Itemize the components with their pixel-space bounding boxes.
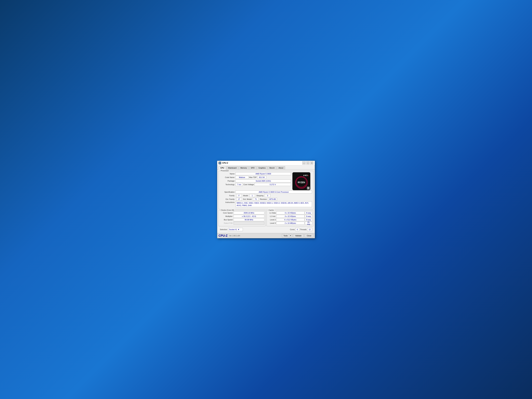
maxtdp-value: 65.0 W — [257, 176, 266, 179]
codename-value: Matisse — [235, 176, 248, 179]
maxtdp-label: Max TDP — [248, 176, 257, 178]
amd-logo-panel: AMD■ RYZEN 5 — [292, 172, 312, 190]
cores-value: 6 — [295, 228, 299, 231]
ext-family-row: Ext. Family 17 Ext. Model 71 Revision MT… — [220, 198, 312, 201]
multiplier-label: Multiplier — [220, 215, 234, 217]
multiplier-value: x 36.0 (5.5 - 42.0) — [234, 215, 264, 218]
close-button[interactable]: Close — [305, 234, 313, 237]
tab-mainboard[interactable]: Mainboard — [226, 166, 238, 169]
ryzen-5-badge: 5 — [307, 187, 310, 190]
app-icon — [219, 162, 221, 164]
l1-inst-row: L1 Inst. 6 x 32 KBytes 8-way — [268, 215, 312, 218]
level2-way: 8-way — [305, 218, 312, 221]
clocks-cache-section: Clocks (Core #0) Core Speed 3599.16 MHz … — [219, 210, 313, 226]
ryzen-circle: RYZEN — [295, 176, 308, 189]
validate-button[interactable]: Validate — [293, 234, 304, 237]
multiplier-row: Multiplier x 36.0 (5.5 - 42.0) — [220, 215, 264, 218]
package-value: Socket AM4 (1331) — [235, 179, 291, 182]
footer-version: Ver. 2.06.1.x64 — [229, 235, 281, 237]
rated-fsb-value — [234, 222, 264, 225]
level3-value: 2 x 16 MBytes — [276, 222, 304, 225]
window-title: CPU-Z — [222, 162, 302, 164]
cache-box: Cache L1 Data 6 x 32 KBytes 8-way L1 Ins… — [266, 210, 313, 226]
codename-label: Code Name — [220, 176, 235, 178]
ext-family-label: Ext. Family — [220, 198, 235, 200]
instructions-label: Instructions — [220, 201, 235, 203]
name-row: Name AMD Ryzen 5 3600 — [220, 172, 291, 175]
cache-group-label: Cache — [268, 209, 274, 211]
clocks-group-label: Clocks (Core #0) — [220, 209, 235, 211]
level2-label: Level 2 — [268, 219, 276, 221]
codename-row: Code Name Matisse Max TDP 65.0 W — [220, 176, 291, 179]
l1-inst-way: 8-way — [305, 215, 312, 218]
tab-about[interactable]: About — [277, 166, 285, 169]
cpuz-window: CPU-Z — □ ✕ CPU Mainboard Memory SPD Gra… — [217, 161, 315, 238]
bus-speed-label: Bus Speed — [220, 219, 234, 221]
level3-row: Level 3 2 x 16 MBytes 16-way — [268, 222, 312, 225]
corevoltage-value: 0.272 V — [255, 183, 291, 186]
threads-value: 12 — [307, 228, 312, 231]
processor-group-label: Processor — [220, 170, 229, 172]
name-label: Name — [220, 173, 235, 175]
level2-value: 6 x 512 KBytes — [276, 218, 304, 221]
level3-way: 16-way — [305, 222, 312, 225]
core-speed-label: Core Speed — [220, 212, 234, 214]
tab-graphics[interactable]: Graphics — [257, 166, 267, 169]
processor-left: Name AMD Ryzen 5 3600 Code Name Matisse … — [220, 172, 291, 190]
tab-bench[interactable]: Bench — [268, 166, 276, 169]
l1-data-way: 8-way — [305, 211, 312, 214]
name-value: AMD Ryzen 5 3600 — [235, 172, 291, 175]
tab-memory[interactable]: Memory — [239, 166, 249, 169]
instructions-row: Instructions MMX(+), SSE, SSE2, SSE3, SS… — [220, 201, 312, 207]
rated-fsb-row: Rated FSB — [220, 222, 264, 225]
package-label: Package — [220, 180, 235, 182]
l1-inst-label: L1 Inst. — [268, 215, 276, 217]
window-controls: — □ ✕ — [302, 161, 313, 165]
revision-value: MTS-B0 — [268, 198, 277, 201]
restore-button[interactable]: □ — [306, 161, 310, 165]
level3-label: Level 3 — [268, 222, 276, 224]
amd-logo: AMD■ RYZEN 5 — [292, 172, 310, 190]
package-row: Package Socket AM4 (1331) — [220, 179, 291, 182]
footer-app-title: CPU-Z — [219, 234, 228, 237]
level2-row: Level 2 6 x 512 KBytes 8-way — [268, 218, 312, 221]
l1-data-label: L1 Data — [268, 212, 276, 214]
main-content: Processor Name AMD Ryzen 5 3600 Code Nam… — [217, 170, 315, 233]
bus-speed-value: 99.98 MHz — [234, 218, 264, 221]
family-row: Family F Model 1 Stepping 0 — [220, 194, 312, 197]
minimize-button[interactable]: — — [302, 161, 306, 165]
specification-row: Specification AMD Ryzen 5 3600 6-Core Pr… — [220, 190, 312, 193]
specification-label: Specification — [220, 191, 235, 193]
tab-bar: CPU Mainboard Memory SPD Graphics Bench … — [217, 165, 315, 170]
stepping-label: Stepping — [256, 195, 264, 196]
tech-label: Technology — [220, 184, 235, 185]
tab-spd[interactable]: SPD — [249, 166, 256, 169]
tools-dropdown-arrow[interactable]: ▼ — [289, 234, 292, 237]
tech-value: 7 nm — [235, 183, 243, 186]
ext-model-label: Ext. Model — [242, 198, 252, 200]
selection-bar: Selection Socket #1 ▼ Cores 6 Threads 12 — [219, 227, 313, 232]
ryzen-logo-svg: RYZEN — [296, 177, 307, 188]
tools-button-group: Tools ▼ — [282, 234, 292, 237]
close-window-button[interactable]: ✕ — [310, 161, 313, 165]
tab-cpu[interactable]: CPU — [219, 166, 226, 170]
specification-value: AMD Ryzen 5 3600 6-Core Processor — [235, 190, 312, 193]
l1-inst-value: 6 x 32 KBytes — [276, 215, 304, 218]
socket-select[interactable]: Socket #1 ▼ — [228, 228, 243, 231]
clocks-box: Clocks (Core #0) Core Speed 3599.16 MHz … — [219, 210, 266, 226]
instructions-value: MMX(+), SSE, SSE2, SSE3, SSSE3, SSE4.1, … — [235, 201, 312, 207]
stepping-value: 0 — [265, 194, 270, 197]
selection-label: Selection — [220, 228, 227, 230]
amd-text: AMD■ — [303, 174, 310, 176]
cores-label: Cores — [290, 228, 295, 230]
tools-button[interactable]: Tools — [282, 234, 289, 237]
threads-label: Threads — [300, 228, 306, 230]
core-speed-value: 3599.16 MHz — [234, 211, 264, 214]
family-value: F — [236, 194, 242, 197]
socket-select-arrow[interactable]: ▼ — [238, 228, 240, 230]
corevoltage-label: Core Voltage — [243, 184, 255, 185]
tech-row: Technology 7 nm Core Voltage 0.272 V — [220, 183, 291, 186]
rated-fsb-label: Rated FSB — [220, 222, 234, 224]
model-label: Model — [242, 195, 249, 196]
footer-bar: CPU-Z Ver. 2.06.1.x64 Tools ▼ Validate C… — [217, 233, 315, 238]
